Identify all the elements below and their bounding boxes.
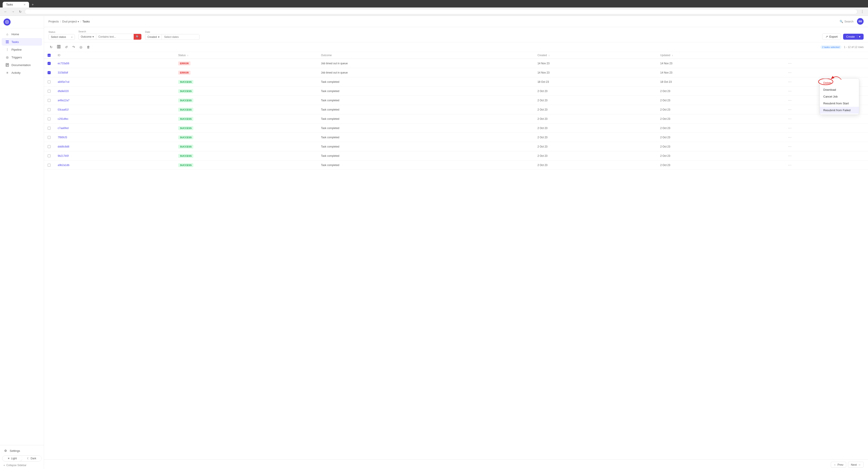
status-select[interactable]: Select status ▾ [49, 34, 75, 40]
next-page-button[interactable]: Next → [848, 462, 864, 468]
refresh-button[interactable]: ↻ [18, 9, 23, 14]
task-id-link[interactable]: 7f90fcf3 [58, 136, 67, 139]
context-menu-resubmit-failed[interactable]: Resubmit from Failed [820, 107, 859, 114]
sidebar-item-activity[interactable]: ≡ Activity [2, 69, 42, 76]
topbar: Projects / Dud project ▾ / Tasks 🔍 Searc… [44, 16, 868, 27]
task-id-link[interactable]: 9b217b5f [58, 154, 69, 157]
search-type-select[interactable]: Outcome ▾ [79, 34, 96, 39]
create-button[interactable]: Create ▾ [843, 34, 864, 40]
task-id-link[interactable]: c291dfec [58, 117, 68, 120]
task-id-link[interactable]: ec733a56 [58, 62, 69, 65]
sidebar-item-pipeline[interactable]: ⋮ Pipeline [2, 46, 42, 53]
cancel-job-menu-label: Cancel Job [823, 95, 838, 98]
collapse-sidebar-button[interactable]: « Collapse Sidebar [0, 462, 44, 468]
breadcrumb-project[interactable]: Dud project ▾ [62, 20, 79, 23]
row-more-button[interactable]: ⋯ [787, 61, 793, 66]
header-created[interactable]: Created ↕ [534, 52, 657, 59]
header-updated[interactable]: Updated ↕ [657, 52, 783, 59]
task-id-link[interactable]: 03caa61f [58, 108, 68, 111]
context-menu-cancel-job[interactable]: Cancel Job [820, 93, 859, 100]
row-checkbox[interactable] [48, 127, 51, 130]
back-button[interactable]: ← [3, 9, 8, 14]
row-more-button[interactable]: ⋯ [787, 70, 793, 75]
sidebar-settings-item[interactable]: ⚙ Settings [0, 447, 44, 455]
dark-theme-button[interactable]: ☾ Dark [22, 456, 42, 461]
breadcrumb-projects[interactable]: Projects [49, 20, 59, 23]
header-status[interactable]: Status ↕ [175, 52, 317, 59]
row-more-button[interactable]: ⋯ [787, 125, 793, 131]
delete-menu-label: Delete [823, 81, 832, 85]
sidebar-item-triggers[interactable]: ◎ Triggers [2, 54, 42, 61]
breadcrumb: Projects / Dud project ▾ / Tasks [49, 20, 836, 23]
row-checkbox[interactable] [48, 90, 51, 93]
sidebar-item-home[interactable]: ⌂ Home [2, 30, 42, 38]
task-id-link[interactable]: a9b2a1db [58, 164, 69, 167]
filter-bar: Status Select status ▾ Search Outcome ▾ … [44, 27, 868, 42]
row-checkbox[interactable] [48, 81, 51, 84]
row-more-button[interactable]: ⋯ [787, 153, 793, 159]
row-checkbox[interactable] [48, 108, 51, 111]
forward-button[interactable]: → [10, 9, 16, 14]
browser-nav: ← → ↻ ⋮ [0, 7, 868, 16]
row-checkbox-cell [44, 96, 54, 105]
row-updated-cell: 2 Oct 23 [657, 114, 783, 124]
row-checkbox[interactable] [48, 164, 51, 167]
sidebar-item-documentation[interactable]: Documentation [2, 61, 42, 69]
tasks-table: — ID Status ↕ Outcome Created ↕ Updated … [44, 52, 868, 170]
user-avatar[interactable]: BB [857, 18, 864, 25]
date-type-select[interactable]: Created ▾ [145, 34, 162, 40]
refresh-table-button[interactable]: ↻ [49, 44, 54, 50]
target-button[interactable]: ◎ [78, 44, 84, 50]
tab-close-button[interactable]: ✕ [24, 3, 26, 6]
row-checkbox[interactable] [48, 117, 51, 120]
triggers-icon: ◎ [5, 55, 9, 59]
row-more-button[interactable]: ⋯ [787, 88, 793, 94]
row-updated-cell: 2 Oct 23 [657, 133, 783, 142]
delete-selected-button[interactable]: 🗑 [86, 44, 91, 50]
select-all-checkbox[interactable]: — [48, 54, 51, 57]
export-button[interactable]: ↗ Export [822, 33, 841, 40]
search-text-input[interactable] [96, 34, 134, 39]
columns-button[interactable] [56, 44, 62, 50]
task-id-link[interactable]: c7aa6fed [58, 127, 68, 130]
row-more-button[interactable]: ⋯ [787, 98, 793, 103]
row-checkbox[interactable] [48, 145, 51, 148]
row-more-button[interactable]: ⋯ [787, 144, 793, 149]
row-more-button[interactable]: ⋯ [787, 79, 793, 85]
redo-button[interactable]: ↷ [71, 44, 76, 50]
context-menu-download[interactable]: Download [820, 86, 859, 93]
row-checkbox[interactable]: ✓ [48, 71, 51, 74]
task-id-link[interactable]: dfa9e020 [58, 90, 69, 93]
pipeline-icon: ⋮ [5, 48, 9, 52]
task-id-link[interactable]: ddd8c8d8 [58, 145, 69, 148]
row-checkbox[interactable] [48, 154, 51, 157]
topbar-search[interactable]: 🔍 Search [837, 19, 856, 24]
date-range-input[interactable] [162, 34, 199, 40]
search-submit-button[interactable]: 🔍 [134, 34, 142, 40]
table-row: c7aa6fed SUCCESS Task completed 2 Oct 23… [44, 124, 868, 133]
new-tab-button[interactable]: + [30, 2, 35, 7]
prev-page-button[interactable]: ← Prev [831, 462, 846, 468]
target-icon: ◎ [80, 45, 82, 49]
header-id: ID [54, 52, 175, 59]
context-menu-resubmit-start[interactable]: Resubmit from Start [820, 100, 859, 107]
row-updated-cell: 2 Oct 23 [657, 160, 783, 170]
row-checkbox[interactable]: ✓ [48, 62, 51, 65]
table-container: — ID Status ↕ Outcome Created ↕ Updated … [44, 52, 868, 459]
browser-more-button[interactable]: ⋮ [859, 9, 865, 14]
task-id-link[interactable]: 31f3d0df [58, 71, 68, 74]
row-checkbox[interactable] [48, 99, 51, 102]
table-row: 7f90fcf3 SUCCESS Task completed 2 Oct 23… [44, 133, 868, 142]
light-theme-button[interactable]: ☀ Light [2, 456, 22, 461]
task-id-link[interactable]: a49a12a7 [58, 99, 69, 102]
sidebar-item-tasks[interactable]: Tasks [2, 38, 42, 45]
task-id-link[interactable]: a845e7cd [58, 81, 69, 84]
reload-button[interactable]: ↺ [64, 44, 69, 50]
row-more-button[interactable]: ⋯ [787, 107, 793, 112]
row-more-button[interactable]: ⋯ [787, 134, 793, 140]
row-checkbox[interactable] [48, 136, 51, 139]
context-menu-delete[interactable]: Delete [820, 80, 859, 86]
row-more-button[interactable]: ⋯ [787, 162, 793, 168]
row-more-button[interactable]: ⋯ [787, 116, 793, 122]
address-bar[interactable] [25, 9, 858, 14]
